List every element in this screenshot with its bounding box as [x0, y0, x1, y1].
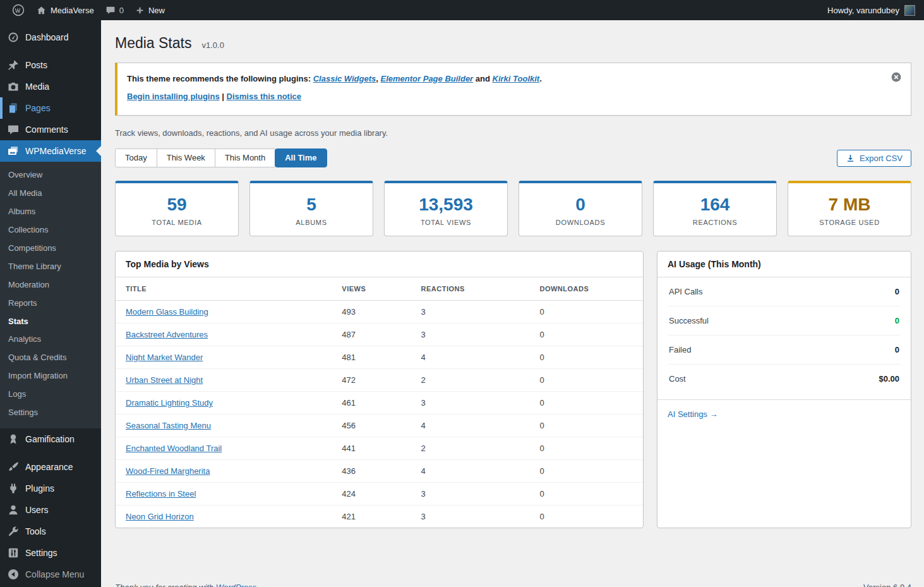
sidebar-item-dashboard[interactable]: Dashboard: [0, 27, 101, 48]
account-menu[interactable]: Howdy, varundubey: [827, 5, 918, 16]
kirki-toolkit-link[interactable]: Kirki Toolkit: [493, 74, 540, 83]
tab-this-month[interactable]: This Month: [215, 148, 275, 168]
sidebar-item-users[interactable]: Users: [0, 499, 101, 521]
export-csv-button[interactable]: Export CSV: [837, 150, 911, 167]
footer-period: .: [256, 583, 259, 587]
sidebar-item-comments[interactable]: Comments: [0, 119, 101, 140]
media-title-link[interactable]: Reflections in Steel: [126, 489, 196, 499]
column-header-title: TITLE: [116, 277, 332, 301]
howdy-text: Howdy, varundubey: [827, 6, 899, 15]
site-menu[interactable]: MediaVerse: [30, 0, 100, 20]
sidebar-item-label: Appearance: [25, 462, 73, 472]
top-media-panel: Top Media by Views TITLE VIEWS REACTIONS…: [115, 251, 644, 528]
sidebar-item-label: Dashboard: [25, 32, 69, 42]
photo-stack-icon: [7, 145, 20, 157]
sliders-icon: [7, 547, 20, 559]
media-title-link[interactable]: Wood-Fired Margherita: [126, 466, 210, 476]
media-title-link[interactable]: Seasonal Tasting Menu: [126, 421, 211, 430]
views-cell: 481: [332, 346, 411, 369]
submenu-item-theme-library[interactable]: Theme Library: [0, 258, 101, 276]
begin-installing-plugins-link[interactable]: Begin installing plugins: [127, 92, 220, 101]
downloads-cell: 0: [529, 483, 643, 505]
ai-row-value: 0: [895, 345, 899, 354]
sidebar-item-settings[interactable]: Settings: [0, 542, 101, 564]
notice-separator: ,: [376, 74, 380, 83]
media-title-link[interactable]: Modern Glass Building: [126, 307, 208, 317]
media-title-link[interactable]: Night Market Wander: [126, 353, 203, 362]
dismiss-notice-link[interactable]: Dismiss this notice: [227, 92, 301, 101]
sidebar-item-posts[interactable]: Posts: [0, 54, 101, 76]
submenu-item-quota-credits[interactable]: Quota & Credits: [0, 349, 101, 367]
tab-all-time[interactable]: All Time: [275, 148, 327, 168]
submenu-item-competitions[interactable]: Competitions: [0, 239, 101, 258]
media-title-link[interactable]: Neon Grid Horizon: [126, 512, 194, 521]
sidebar-item-label: Gamification: [25, 434, 75, 444]
table-row: Modern Glass Building 493 3 0: [116, 301, 643, 324]
sidebar-item-tools[interactable]: Tools: [0, 521, 101, 542]
elementor-page-builder-link[interactable]: Elementor Page Builder: [381, 74, 474, 83]
page-title-row: Media Stats v1.0.0: [115, 35, 911, 52]
submenu-item-logs[interactable]: Logs: [0, 385, 101, 404]
collapse-menu-button[interactable]: Collapse Menu: [0, 564, 101, 585]
media-title-link[interactable]: Backstreet Adventures: [126, 330, 208, 339]
media-title-link[interactable]: Urban Street at Night: [126, 375, 203, 385]
sidebar-item-media[interactable]: Media: [0, 76, 101, 97]
new-content-menu[interactable]: New: [129, 0, 171, 20]
sidebar-item-pages[interactable]: Pages: [0, 97, 101, 119]
table-row: Neon Grid Horizon 421 3 0: [116, 505, 643, 528]
comments-menu[interactable]: 0: [100, 0, 129, 20]
table-row: Wood-Fired Margherita 436 4 0: [116, 460, 643, 483]
sidebar-item-appearance[interactable]: Appearance: [0, 456, 101, 478]
submenu-item-import-migration[interactable]: Import Migration: [0, 367, 101, 385]
submenu-item-moderation[interactable]: Moderation: [0, 276, 101, 294]
top-media-table: TITLE VIEWS REACTIONS DOWNLOADS Modern G…: [116, 277, 643, 528]
tab-today[interactable]: Today: [115, 148, 157, 168]
sidebar-item-wpmediaverse[interactable]: WPMediaVerse: [0, 140, 101, 162]
dismiss-notice-button[interactable]: [891, 71, 902, 83]
media-title-link[interactable]: Dramatic Lighting Study: [126, 398, 213, 408]
brush-icon: [7, 461, 20, 473]
sidebar-item-gamification[interactable]: Gamification: [0, 428, 101, 450]
panels-row: Top Media by Views TITLE VIEWS REACTIONS…: [115, 251, 911, 528]
comment-count: 0: [119, 6, 124, 15]
views-cell: 441: [332, 437, 411, 460]
ai-usage-panel-title: AI Usage (This Month): [657, 251, 911, 277]
plus-icon: [135, 6, 145, 15]
stat-cards: 59 TOTAL MEDIA 5 ALBUMS 13,593 TOTAL VIE…: [115, 181, 911, 236]
pages-icon: [7, 102, 20, 114]
avatar: [904, 5, 915, 16]
wordpress-link[interactable]: WordPress: [216, 583, 256, 587]
submenu-item-settings[interactable]: Settings: [0, 404, 101, 422]
ai-settings-label: AI Settings: [668, 409, 707, 419]
submenu-item-overview[interactable]: Overview: [0, 166, 101, 185]
submenu-item-reports[interactable]: Reports: [0, 294, 101, 313]
downloads-cell: 0: [529, 415, 643, 437]
stat-label: REACTIONS: [656, 219, 774, 226]
ai-row-value: 0: [895, 316, 899, 325]
wordpress-logo-icon: [12, 4, 25, 16]
submenu-item-albums[interactable]: Albums: [0, 203, 101, 221]
sidebar-item-label: Comments: [25, 124, 68, 135]
reactions-cell: 3: [411, 505, 530, 528]
sidebar-item-label: Tools: [25, 526, 46, 536]
stat-value: 7 MB: [791, 194, 908, 215]
sidebar-item-plugins[interactable]: Plugins: [0, 478, 101, 499]
submenu-item-stats[interactable]: Stats: [0, 313, 101, 331]
submenu-item-collections[interactable]: Collections: [0, 221, 101, 239]
ai-settings-link[interactable]: AI Settings →: [668, 409, 718, 419]
new-label: New: [148, 6, 165, 15]
sidebar-item-label: Posts: [25, 60, 47, 70]
classic-widgets-link[interactable]: Classic Widgets: [313, 74, 376, 83]
submenu-item-analytics[interactable]: Analytics: [0, 330, 101, 349]
table-row: Night Market Wander 481 4 0: [116, 346, 643, 369]
plugin-version: v1.0.0: [201, 40, 224, 50]
ai-usage-panel: AI Usage (This Month) API Calls 0 Succes…: [657, 251, 911, 528]
stat-value: 164: [656, 194, 774, 215]
downloads-cell: 0: [529, 369, 643, 392]
wordpress-logo-menu[interactable]: [6, 0, 30, 20]
media-title-link[interactable]: Enchanted Woodland Trail: [126, 444, 222, 453]
notice-period: .: [539, 74, 542, 83]
submenu-item-all-media[interactable]: All Media: [0, 185, 101, 203]
tab-this-week[interactable]: This Week: [157, 148, 215, 168]
table-row: Urban Street at Night 472 2 0: [116, 369, 643, 392]
